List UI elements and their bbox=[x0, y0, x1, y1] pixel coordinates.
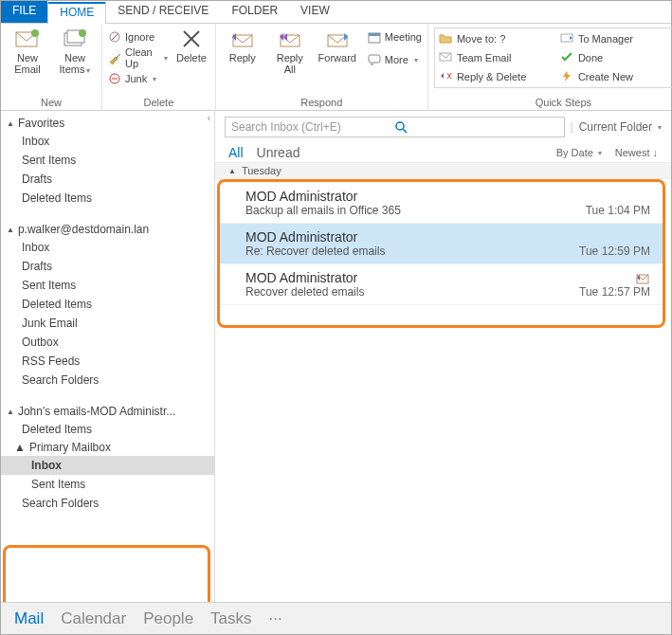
broom-icon bbox=[108, 51, 121, 64]
arrow-down-icon: ↓ bbox=[653, 147, 659, 158]
message-from: MOD Administrator bbox=[245, 229, 650, 245]
quick-steps-gallery: Move to: ? To Manager Team Email Done Re… bbox=[434, 27, 672, 88]
cleanup-button[interactable]: Clean Up▾ bbox=[108, 48, 168, 67]
new-items-icon bbox=[62, 27, 88, 50]
meeting-button[interactable]: Meeting bbox=[368, 27, 422, 46]
filter-unread[interactable]: Unread bbox=[257, 145, 300, 160]
group-qs-label: Quick Steps ◢ bbox=[434, 95, 672, 110]
tab-home[interactable]: HOME bbox=[47, 2, 106, 25]
filter-bar: All Unread By Date▾ Newest ↓ bbox=[215, 141, 671, 162]
johns-search-folders[interactable]: Search Folders bbox=[1, 494, 214, 513]
check-icon bbox=[560, 51, 573, 64]
group-delete: Ignore Clean Up▾ Junk▾ Delete Dele bbox=[102, 24, 216, 110]
favorites-drafts[interactable]: Drafts bbox=[1, 170, 214, 189]
forward-icon bbox=[324, 27, 351, 50]
reply-icon bbox=[229, 27, 256, 50]
ignore-button[interactable]: Ignore bbox=[108, 27, 168, 46]
group-respond: Reply Reply All Forward Meeting bbox=[216, 24, 428, 110]
ignore-icon bbox=[108, 30, 121, 44]
qs-done[interactable]: Done bbox=[560, 49, 664, 66]
johns-inbox[interactable]: Inbox bbox=[1, 456, 214, 475]
johns-sent[interactable]: Sent Items bbox=[1, 475, 214, 494]
envelope-icon bbox=[14, 27, 41, 50]
message-time: Tue 1:04 PM bbox=[586, 204, 650, 217]
delete-button[interactable]: Delete bbox=[173, 27, 209, 64]
message-time: Tue 12:59 PM bbox=[579, 245, 650, 258]
nav-people[interactable]: People bbox=[143, 609, 193, 628]
sort-by-date[interactable]: By Date▾ bbox=[556, 147, 602, 158]
tab-send-receive[interactable]: SEND / RECEIVE bbox=[106, 1, 220, 23]
nav-tasks[interactable]: Tasks bbox=[210, 609, 251, 628]
favorites-deleted[interactable]: Deleted Items bbox=[1, 189, 214, 208]
body-area: ‹ ▲Favorites Inbox Sent Items Drafts Del… bbox=[1, 111, 671, 602]
message-row[interactable]: MOD Administrator Re: Recover deleted em… bbox=[219, 224, 663, 264]
search-placeholder: Search Inbox (Ctrl+E) bbox=[231, 120, 394, 134]
caret-down-icon: ▲ bbox=[228, 167, 236, 175]
svg-rect-16 bbox=[369, 33, 380, 36]
ribbon: New Email New Items▾ New Ignore bbox=[1, 24, 671, 111]
caret-down-icon: ▲ bbox=[7, 119, 14, 128]
outlook-window: FILE HOME SEND / RECEIVE FOLDER VIEW New… bbox=[0, 0, 672, 635]
caret-down-icon: ▲ bbox=[7, 408, 14, 416]
nav-mail[interactable]: Mail bbox=[14, 609, 44, 628]
favorites-inbox[interactable]: Inbox bbox=[1, 132, 214, 151]
acct-junk[interactable]: Junk Email bbox=[1, 314, 214, 333]
reply-button[interactable]: Reply bbox=[222, 27, 263, 64]
acct-rss[interactable]: RSS Feeds bbox=[1, 352, 214, 371]
acct-search-folders[interactable]: Search Folders bbox=[1, 371, 214, 390]
reply-all-button[interactable]: Reply All bbox=[269, 27, 311, 75]
favorites-sent[interactable]: Sent Items bbox=[1, 151, 214, 170]
delete-x-icon bbox=[178, 27, 205, 50]
message-time: Tue 12:57 PM bbox=[579, 285, 650, 299]
svg-line-23 bbox=[403, 129, 407, 133]
acct-inbox[interactable]: Inbox bbox=[1, 238, 214, 257]
junk-button[interactable]: Junk▾ bbox=[108, 69, 168, 88]
acct-outbox[interactable]: Outbox bbox=[1, 333, 214, 352]
sidebar-collapse-icon[interactable]: ‹ bbox=[208, 113, 210, 123]
tab-view[interactable]: VIEW bbox=[289, 1, 341, 23]
search-bar: Search Inbox (Ctrl+E) | Current Folder▾ bbox=[215, 111, 671, 141]
johns-deleted[interactable]: Deleted Items bbox=[1, 420, 214, 439]
filter-all[interactable]: All bbox=[228, 145, 244, 160]
search-input[interactable]: Search Inbox (Ctrl+E) bbox=[225, 117, 565, 137]
message-row[interactable]: MOD Administrator Recover deleted emails… bbox=[219, 264, 663, 305]
acct-drafts[interactable]: Drafts bbox=[1, 257, 214, 276]
nav-more[interactable]: ··· bbox=[269, 609, 282, 628]
message-from: MOD Administrator bbox=[245, 270, 650, 285]
acct-deleted[interactable]: Deleted Items bbox=[1, 295, 214, 314]
qs-move-to[interactable]: Move to: ? bbox=[439, 30, 543, 47]
svg-point-4 bbox=[79, 29, 86, 37]
junk-icon bbox=[108, 72, 121, 85]
favorites-header[interactable]: ▲Favorites bbox=[1, 115, 214, 132]
forward-button[interactable]: Forward bbox=[317, 27, 358, 64]
johns-header[interactable]: ▲John's emails-MOD Administr... bbox=[1, 403, 214, 420]
reply-delete-icon bbox=[439, 70, 452, 83]
tab-folder[interactable]: FOLDER bbox=[220, 1, 289, 23]
qs-to-manager[interactable]: To Manager bbox=[560, 30, 664, 47]
date-group-header[interactable]: ▲ Tuesday bbox=[215, 162, 671, 179]
tab-file[interactable]: FILE bbox=[1, 1, 47, 23]
svg-rect-17 bbox=[369, 55, 380, 63]
nav-calendar[interactable]: Calendar bbox=[61, 609, 126, 628]
section-favorites: ▲Favorites Inbox Sent Items Drafts Delet… bbox=[1, 111, 214, 217]
search-scope-dropdown[interactable]: Current Folder▾ bbox=[579, 120, 662, 134]
new-email-button[interactable]: New Email bbox=[7, 27, 48, 75]
search-icon[interactable] bbox=[394, 120, 557, 134]
message-row[interactable]: MOD Administrator Backup all emails in O… bbox=[219, 183, 663, 224]
group-respond-label: Respond bbox=[222, 95, 422, 110]
message-from: MOD Administrator bbox=[245, 189, 650, 204]
sort-newest[interactable]: Newest ↓ bbox=[615, 147, 658, 158]
im-icon bbox=[368, 53, 381, 66]
qs-reply-delete[interactable]: Reply & Delete bbox=[439, 68, 543, 85]
account-header[interactable]: ▲p.walker@destdomain.lan bbox=[1, 221, 214, 238]
new-items-button[interactable]: New Items▾ bbox=[54, 27, 96, 77]
caret-down-icon: ▲ bbox=[7, 226, 14, 234]
caret-down-icon: ▲ bbox=[14, 441, 26, 454]
more-respond-button[interactable]: More▾ bbox=[368, 50, 422, 69]
qs-team-email[interactable]: Team Email bbox=[439, 49, 543, 66]
acct-sent[interactable]: Sent Items bbox=[1, 276, 214, 295]
new-email-label: New Email bbox=[14, 52, 41, 75]
tutorial-highlight-sidebar bbox=[3, 545, 210, 602]
johns-primary-mailbox[interactable]: ▲Primary Mailbox bbox=[1, 439, 214, 456]
qs-create-new[interactable]: Create New bbox=[560, 68, 664, 85]
